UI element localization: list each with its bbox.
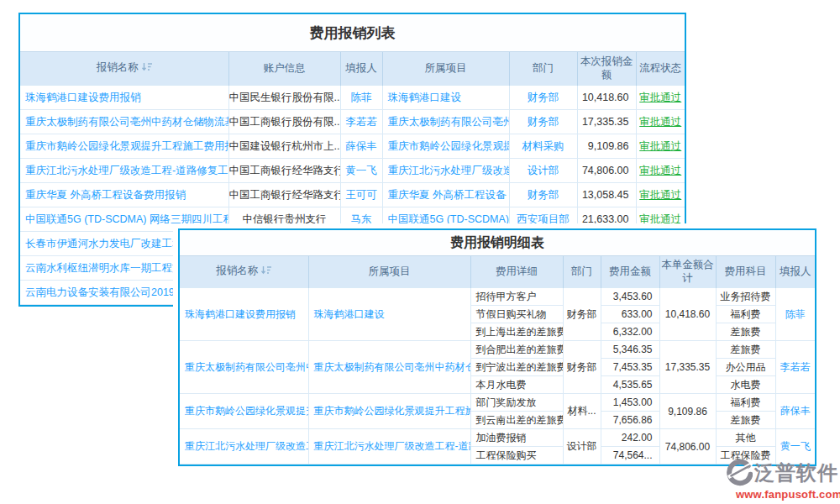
status-link[interactable]: 审批通过 [636,86,685,110]
department-link[interactable]: 财务部 [509,86,577,110]
reimbursement-name-link[interactable]: 重庆太极制药有限公司亳州中药材 [180,341,308,394]
expense-detail-cell: 到上海出差的差旅费 [470,323,563,341]
department-cell: 财务部 [563,341,601,394]
account-info-cell: 中国工商银行股份有限... [228,110,340,134]
filler-link[interactable]: 陈菲 [775,288,815,341]
expense-list-row: 重庆市鹅岭公园绿化景观提升工程施工费用报销中国建设银行杭州市上...薛保丰重庆市… [20,134,685,159]
department-link[interactable]: 材料采购 [509,134,577,159]
project-link[interactable]: 重庆江北污水处理厂级改造工... [382,159,509,183]
expense-category-cell: 水电费 [716,376,775,394]
project-link[interactable]: 重庆江北污水处理厂级改造工程-道路修复工 [308,429,470,465]
expense-detail-cell: 工程保险购买 [470,447,563,465]
brand-url: www.fanpusoft.com [724,488,838,501]
expense-list-header-row: 报销名称 账户信息 填报人 所属项目 部门 本次报销金额 流程状态 [20,52,685,86]
expense-detail-cell: 到云南出差的差旅费 [470,412,563,429]
status-link[interactable]: 审批通过 [636,159,685,183]
detail-col-header-reimbursement-name[interactable]: 报销名称 [180,256,308,288]
project-link[interactable]: 重庆太极制药有限公司亳州中... [382,110,509,134]
account-info-cell: 中国工商银行经华路支行 [228,183,340,207]
reimbursement-name-link[interactable]: 重庆市鹅岭公园绿化景观提升工程施工费用报销 [20,134,228,159]
expense-detail-cell: 本月水电费 [470,376,563,394]
project-link[interactable]: 珠海鹤港口建设 [382,86,509,110]
expense-category-cell: 差旅费 [716,412,775,429]
filler-link[interactable]: 陈菲 [340,86,382,110]
project-link[interactable]: 重庆华夏 外高桥工程设备 [382,183,509,207]
project-link[interactable]: 重庆市鹅岭公园绿化景观提升... [382,134,509,159]
detail-col-header-total-amount: 本单金额合计 [659,256,716,288]
detail-col-header-expense-amount: 费用金额 [601,256,659,288]
department-cell: 财务部 [563,288,601,341]
sort-descending-icon[interactable] [142,62,152,76]
expense-amount-cell: 5,346.35 [601,341,659,359]
department-cell: 设计部 [563,429,601,465]
department-link[interactable]: 设计部 [509,159,577,183]
detail-col-header-department: 部门 [563,256,601,288]
filler-link[interactable]: 薛保丰 [775,394,815,429]
expense-detail-table: 报销名称 所属项目 费用详细 部门 费用金额 本单金额合计 费用科目 填报人 珠… [180,255,815,465]
status-link[interactable]: 审批通过 [636,110,685,134]
expense-detail-row: 重庆市鹅岭公园绿化景观提升工程重庆市鹅岭公园绿化景观提升工程施工部门奖励发放材料… [180,394,815,412]
account-info-cell: 中国建设银行杭州市上... [228,134,340,159]
expense-detail-row: 珠海鹤港口建设费用报销珠海鹤港口建设招待甲方客户财务部3,453.6010,41… [180,288,815,306]
expense-detail-cell: 招待甲方客户 [470,288,563,306]
expense-list-row: 重庆太极制药有限公司亳州中药材仓储物流基地项...中国工商银行股份有限...李若… [20,110,685,134]
total-amount-cell: 9,109.86 [659,394,716,429]
fanpu-swoosh-icon [724,459,753,487]
col-header-filler: 填报人 [340,52,382,86]
filler-link[interactable]: 李若若 [775,341,815,394]
reimbursement-name-link[interactable]: 重庆市鹅岭公园绿化景观提升工程 [180,394,308,429]
brand-name: 泛普软件 [754,459,838,486]
status-link[interactable]: 审批通过 [636,134,685,159]
amount-cell: 9,109.86 [577,134,636,159]
expense-list-row: 重庆江北污水处理厂级改造工程-道路修复工程费用...中国工商银行经华路支行黄一飞… [20,159,685,183]
reimbursement-name-link[interactable]: 重庆江北污水处理厂级改造工程-道路修复工程费用... [20,159,228,183]
amount-cell: 10,418.60 [577,86,636,110]
expense-list-row: 重庆华夏 外高桥工程设备费用报销中国工商银行经华路支行王可可重庆华夏 外高桥工程… [20,183,685,207]
expense-amount-cell: 7,656.86 [601,412,659,429]
project-link[interactable]: 珠海鹤港口建设 [308,288,470,341]
expense-amount-cell: 633.00 [601,306,659,323]
amount-cell: 13,058.45 [577,183,636,207]
detail-col-header-reimbursement-name-label: 报销名称 [216,265,258,276]
expense-amount-cell: 74,564... [601,447,659,465]
page: 费用报销列表 报销名称 账户信息 填报人 所属项目 部门 本次报销金额 流程状态 [0,0,840,504]
department-link[interactable]: 财务部 [509,183,577,207]
total-amount-cell: 10,418.60 [659,288,716,341]
reimbursement-name-link[interactable]: 珠海鹤港口建设费用报销 [180,288,308,341]
expense-category-cell: 差旅费 [716,323,775,341]
department-link[interactable]: 财务部 [509,110,577,134]
expense-category-cell: 差旅费 [716,341,775,359]
filler-link[interactable]: 薛保丰 [340,134,382,159]
expense-amount-cell: 7,453.35 [601,359,659,376]
amount-cell: 74,806.00 [577,159,636,183]
filler-link[interactable]: 李若若 [340,110,382,134]
brand-watermark: 泛普软件 www.fanpusoft.com [724,459,838,501]
reimbursement-name-link[interactable]: 珠海鹤港口建设费用报销 [20,86,228,110]
expense-detail-panel: 费用报销明细表 报销名称 所属项目 费用详细 部门 费用金额 本单金额合计 费用… [178,228,816,466]
expense-detail-header-row: 报销名称 所属项目 费用详细 部门 费用金额 本单金额合计 费用科目 填报人 [180,256,815,288]
project-link[interactable]: 重庆市鹅岭公园绿化景观提升工程施工 [308,394,470,429]
expense-detail-body: 珠海鹤港口建设费用报销珠海鹤港口建设招待甲方客户财务部3,453.6010,41… [180,288,815,465]
filler-link[interactable]: 黄一飞 [340,159,382,183]
department-cell: 材料... [563,394,601,429]
reimbursement-name-link[interactable]: 重庆太极制药有限公司亳州中药材仓储物流基地项... [20,110,228,134]
expense-category-cell: 福利费 [716,394,775,412]
project-link[interactable]: 重庆太极制药有限公司亳州中药材仓储物流 [308,341,470,394]
reimbursement-name-link[interactable]: 重庆江北污水处理厂级改造工程- [180,429,308,465]
expense-category-cell: 福利费 [716,306,775,323]
col-header-reimbursement-name[interactable]: 报销名称 [20,52,228,86]
detail-col-header-project: 所属项目 [308,256,470,288]
col-header-department: 部门 [509,52,577,86]
reimbursement-name-link[interactable]: 重庆华夏 外高桥工程设备费用报销 [20,183,228,207]
expense-detail-cell: 到合肥出差的差旅费 [470,341,563,359]
filler-link[interactable]: 王可可 [340,183,382,207]
expense-amount-cell: 6,332.00 [601,323,659,341]
expense-amount-cell: 242.00 [601,429,659,447]
account-info-cell: 中国民生银行股份有限... [228,86,340,110]
total-amount-cell: 17,335.35 [659,341,716,394]
status-link[interactable]: 审批通过 [636,183,685,207]
sort-descending-icon[interactable] [261,265,271,279]
col-header-reimbursement-name-label: 报销名称 [97,61,139,73]
expense-detail-title: 费用报销明细表 [180,230,815,255]
expense-detail-cell: 节假日购买礼物 [470,306,563,323]
